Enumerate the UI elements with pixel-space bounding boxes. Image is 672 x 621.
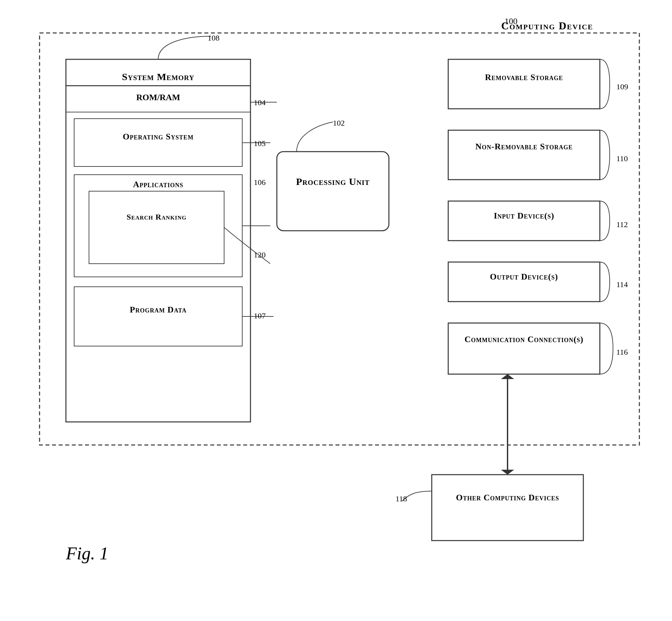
program-data-label: Program Data [74, 303, 242, 316]
svg-rect-8 [277, 152, 389, 231]
input-devices-label: Input Device(s) [448, 211, 600, 221]
ref-107: 107 [254, 312, 266, 320]
svg-rect-7 [74, 287, 242, 346]
ref-110: 110 [616, 154, 628, 163]
svg-rect-10 [448, 130, 600, 180]
ref-104: 104 [254, 98, 266, 107]
ref-105: 105 [254, 139, 266, 148]
ref-109: 109 [616, 82, 628, 91]
svg-marker-16 [501, 374, 514, 379]
ref-114: 114 [616, 280, 628, 289]
svg-rect-9 [448, 59, 600, 109]
svg-rect-6 [89, 191, 224, 264]
svg-rect-1 [66, 59, 250, 422]
ref-116: 116 [616, 348, 628, 357]
system-memory-label: System Memory [66, 65, 250, 88]
ref-108: 108 [208, 34, 219, 43]
processing-unit-label: Processing Unit [277, 175, 389, 189]
svg-rect-5 [74, 175, 242, 277]
communication-connections-label: Communication Connection(s) [448, 333, 600, 346]
rom-ram-label: ROM/RAM [66, 88, 250, 107]
applications-label: Applications [74, 180, 242, 190]
os-label: Operating System [74, 130, 242, 143]
svg-rect-12 [448, 262, 600, 302]
non-removable-storage-label: Non-Removable Storage [448, 140, 600, 153]
ref-120: 120 [254, 250, 266, 259]
svg-rect-11 [448, 201, 600, 241]
search-ranking-label: Search Ranking [89, 211, 224, 223]
fig-label: Fig. 1 [66, 543, 109, 564]
svg-rect-13 [448, 323, 600, 374]
ref-102: 102 [333, 119, 345, 128]
other-devices-label: Other Computing Devices [432, 491, 583, 504]
removable-storage-label: Removable Storage [448, 71, 600, 84]
ref-118: 118 [395, 494, 407, 503]
output-devices-label: Output Device(s) [448, 272, 600, 282]
ref-106: 106 [254, 178, 266, 187]
ref-100: 100 [505, 16, 517, 26]
svg-rect-14 [432, 474, 583, 541]
diagram-container: Computing Device 100 108 System Memory R… [20, 13, 646, 590]
ref-112: 112 [616, 220, 628, 229]
svg-marker-17 [501, 470, 514, 474]
